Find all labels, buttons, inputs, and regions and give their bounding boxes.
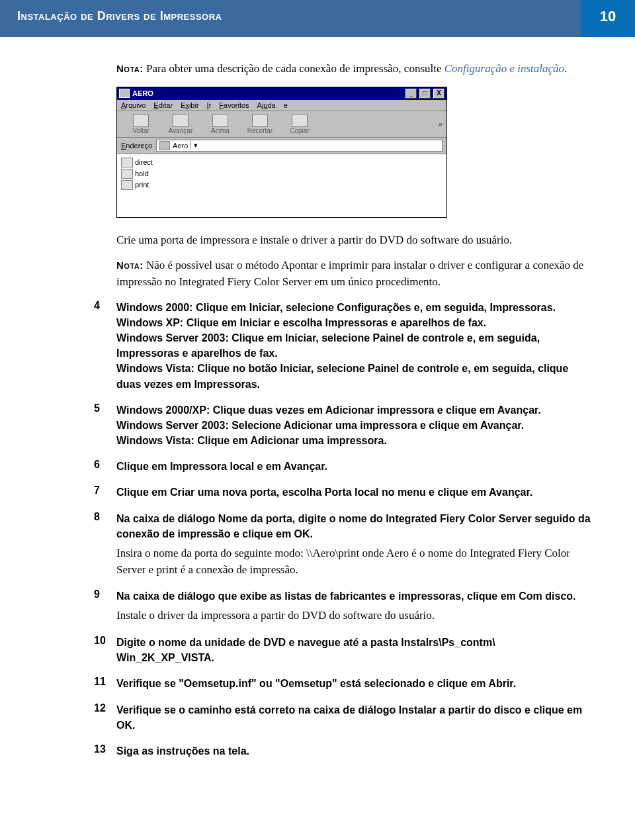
printer-icon [121, 158, 133, 167]
header-title: Instalação de Drivers de Impressora [0, 0, 581, 37]
page-header: Instalação de Drivers de Impressora 10 [0, 0, 635, 37]
intro-nota: Nota: Para obter uma descrição de cada c… [116, 61, 595, 77]
maximize-button[interactable]: □ [419, 89, 431, 99]
toolbar-copy-button[interactable]: Copiar [280, 114, 319, 134]
nota-2: Nota: Não é possível usar o método Apont… [116, 257, 595, 290]
file-item[interactable]: direct [121, 157, 443, 168]
explorer-window: AERO _ □ X AArquivorquivo Editar Exibir … [116, 87, 447, 218]
cut-icon [252, 114, 268, 127]
step-list: Windows 2000: Clique em Iniciar, selecio… [116, 300, 595, 759]
step-12: Verifique se o caminho está correto na c… [116, 702, 595, 733]
file-item[interactable]: hold [121, 168, 443, 179]
nota-label: Nota: [116, 259, 144, 271]
step-10: Digite o nome da unidade de DVD e navegu… [116, 635, 595, 665]
step-9: Na caixa de diálogo que exibe as listas … [116, 588, 595, 624]
step-13: Siga as instruções na tela. [116, 743, 595, 759]
nota-2-text: Não é possível usar o método Apontar e i… [116, 259, 583, 288]
step-8: Na caixa de diálogo Nome da porta, digit… [116, 511, 595, 579]
intro-nota-after: . [564, 62, 567, 75]
intro-nota-before: Para obter uma descrição de cada conexão… [144, 62, 444, 75]
intro-nota-ref: Configuração e instalação [444, 62, 564, 75]
ie-logo-icon: e [284, 101, 288, 109]
minimize-button[interactable]: _ [405, 89, 417, 99]
toolbar-cut-button[interactable]: Recortar [240, 114, 280, 134]
toolbar-more-icon[interactable]: » [439, 120, 443, 128]
step-11: Verifique se "Oemsetup.inf" ou "Oemsetup… [116, 676, 595, 691]
file-pane: direct hold print [117, 154, 446, 217]
menu-bar: AArquivorquivo Editar Exibir Ir Favorito… [117, 100, 446, 111]
step-6: Clique em Impressora local e em Avançar. [116, 459, 595, 474]
menu-ir[interactable]: Ir [207, 101, 212, 109]
page-content: Nota: Para obter uma descrição de cada c… [0, 37, 635, 796]
window-titlebar: AERO _ □ X [117, 87, 446, 100]
address-input[interactable]: Aero ▾ [156, 140, 443, 152]
nota-label: Nota: [116, 63, 144, 74]
header-page-number: 10 [581, 0, 635, 37]
menu-editar[interactable]: Editar [153, 101, 173, 109]
file-item[interactable]: print [121, 179, 443, 191]
address-value: Aero [173, 142, 188, 150]
address-dropdown-icon[interactable]: ▾ [190, 141, 200, 150]
up-icon [212, 114, 228, 127]
menu-ajuda[interactable]: Ajuda [257, 101, 276, 109]
printer-icon [121, 180, 133, 190]
menu-exibir[interactable]: Exibir [181, 101, 199, 109]
toolbar-up-button[interactable]: Acima [200, 114, 240, 134]
back-icon [133, 114, 149, 127]
step-4: Windows 2000: Clique em Iniciar, selecio… [116, 300, 595, 392]
forward-icon [173, 114, 189, 127]
window-icon [119, 89, 130, 98]
step-7: Clique em Criar uma nova porta, escolha … [116, 485, 595, 500]
close-button[interactable]: X [433, 89, 444, 99]
toolbar-back-button[interactable]: Voltar [121, 114, 161, 134]
menu-arquivo[interactable]: AArquivorquivo [121, 101, 146, 109]
toolbar-forward-button[interactable]: Avançar [161, 114, 200, 134]
printer-icon [121, 169, 133, 179]
address-bar: Endereço Aero ▾ [117, 138, 446, 154]
menu-favoritos[interactable]: Favoritos [219, 101, 249, 109]
after-image-text: Crie uma porta de impressora e instale o… [116, 232, 595, 249]
step-5: Windows 2000/XP: Clique duas vezes em Ad… [116, 402, 595, 449]
address-icon [159, 141, 170, 150]
window-title: AERO [132, 89, 153, 97]
copy-icon [292, 114, 308, 127]
address-label: Endereço [121, 142, 152, 150]
toolbar: Voltar Avançar Acima Recortar Copiar » [117, 111, 446, 138]
